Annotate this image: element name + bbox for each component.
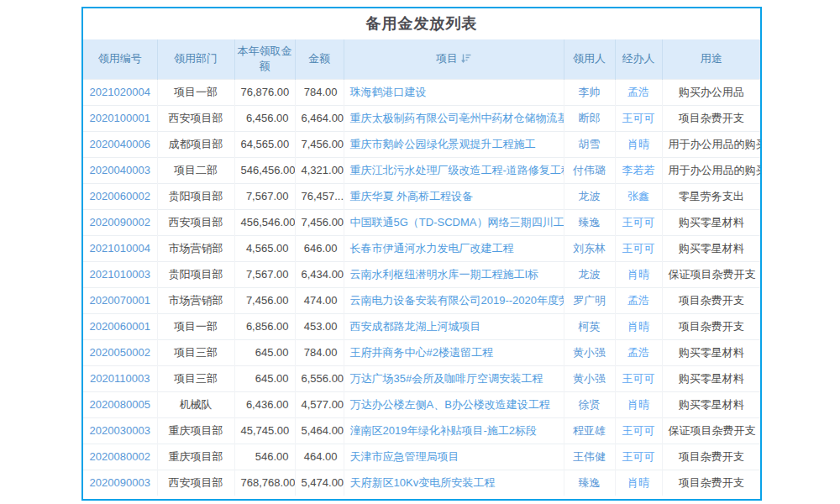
cell-dept: 西安项目部: [157, 209, 234, 235]
cell-id[interactable]: 2020060001: [83, 313, 157, 339]
column-header-label: 领用人: [573, 52, 606, 65]
cell-amount: 4,321.00: [295, 157, 344, 183]
cell-handler[interactable]: 王可可: [615, 444, 662, 470]
cell-handler[interactable]: 王可可: [615, 235, 662, 261]
cell-year_amount: 6,456.00: [234, 105, 295, 131]
petty-cash-list-panel: 备用金发放列表 领用编号领用部门本年领取金额金额项目领用人经办人用途 20210…: [81, 7, 762, 501]
column-header-id: 领用编号: [83, 39, 157, 79]
cell-recipient[interactable]: 龙波: [564, 261, 615, 287]
cell-project[interactable]: 长春市伊通河水力发电厂改建工程: [344, 235, 564, 261]
cell-purpose: 购买零星材料: [662, 235, 760, 261]
column-header-year_amount: 本年领取金额: [234, 39, 295, 79]
cell-project[interactable]: 重庆江北污水处理厂级改造工程-道路修复工程: [344, 157, 564, 183]
page-title: 备用金发放列表: [83, 8, 760, 39]
cell-project[interactable]: 云南水利枢纽潜明水库一期工程施工I标: [344, 261, 564, 287]
cell-project[interactable]: 云南电力设备安装有限公司2019--2020年度劳...: [344, 287, 564, 313]
cell-handler[interactable]: 肖晴: [615, 313, 662, 339]
cell-project[interactable]: 中国联通5G（TD-SCDMA）网络三期四川工程: [344, 209, 564, 235]
cell-dept: 机械队: [157, 391, 234, 417]
cell-id[interactable]: 2020070001: [83, 287, 157, 313]
cell-recipient[interactable]: 胡雪: [564, 131, 615, 157]
cell-dept: 重庆项目部: [157, 417, 234, 444]
cell-project[interactable]: 重庆华夏 外高桥工程设备: [344, 183, 564, 209]
cell-handler[interactable]: 王可可: [615, 365, 662, 391]
cell-recipient[interactable]: 臻逸: [564, 209, 615, 235]
cell-id[interactable]: 2020080002: [83, 444, 157, 470]
cell-purpose: 保证项目杂费开支: [662, 261, 760, 287]
cell-recipient[interactable]: 刘东林: [564, 235, 615, 261]
cell-recipient[interactable]: 王伟健: [564, 444, 615, 470]
cell-recipient[interactable]: 柯英: [564, 313, 615, 339]
cell-purpose: 购买办公用品: [662, 79, 760, 105]
cell-handler[interactable]: 张鑫: [615, 183, 662, 209]
cell-project[interactable]: 天津市应急管理局项目: [344, 444, 564, 470]
column-header-project[interactable]: 项目: [344, 39, 564, 79]
cell-dept: 项目三部: [157, 339, 234, 365]
cell-amount: 6,464.00: [295, 105, 344, 131]
cell-id[interactable]: 2020110003: [83, 365, 157, 391]
cell-recipient[interactable]: 罗广明: [564, 287, 615, 313]
cell-recipient[interactable]: 黄小强: [564, 365, 615, 391]
cell-id[interactable]: 2020080005: [83, 391, 157, 417]
cell-amount: 76,457...: [295, 183, 344, 209]
cell-project[interactable]: 珠海鹤港口建设: [344, 79, 564, 105]
cell-project[interactable]: 天府新区10Kv变电所安装工程: [344, 470, 564, 496]
cell-id[interactable]: 2020030003: [83, 417, 157, 444]
cell-handler[interactable]: 肖晴: [615, 131, 662, 157]
cell-purpose: 零星劳务支出: [662, 183, 760, 209]
cell-amount: 5,474.00: [295, 470, 344, 496]
cell-id[interactable]: 2020040003: [83, 157, 157, 183]
cell-dept: 市场营销部: [157, 235, 234, 261]
cell-id[interactable]: 2021010004: [83, 235, 157, 261]
cell-recipient[interactable]: 徐贤: [564, 391, 615, 417]
cell-recipient[interactable]: 黄小强: [564, 339, 615, 365]
cell-handler[interactable]: 孟浩: [615, 79, 662, 105]
cell-dept: 重庆项目部: [157, 444, 234, 470]
cell-recipient[interactable]: 付伟璐: [564, 157, 615, 183]
cell-handler[interactable]: 孟浩: [615, 339, 662, 365]
cell-id[interactable]: 2021020004: [83, 79, 157, 105]
cell-recipient[interactable]: 程亚雄: [564, 417, 615, 444]
cell-id[interactable]: 2020040006: [83, 131, 157, 157]
cell-id[interactable]: 2020050002: [83, 339, 157, 365]
table-header: 领用编号领用部门本年领取金额金额项目领用人经办人用途: [83, 39, 760, 79]
cell-handler[interactable]: 王可可: [615, 417, 662, 444]
cell-handler[interactable]: 肖晴: [615, 391, 662, 417]
cell-recipient[interactable]: 臻逸: [564, 470, 615, 496]
cell-handler[interactable]: 肖晴: [615, 470, 662, 496]
cell-project[interactable]: 西安成都路龙湖上河城项目: [344, 313, 564, 339]
column-header-label: 本年领取金额: [238, 45, 292, 72]
cell-handler[interactable]: 王可可: [615, 209, 662, 235]
cell-project[interactable]: 重庆太极制药有限公司亳州中药材仓储物流基...: [344, 105, 564, 131]
cell-id[interactable]: 2020100001: [83, 105, 157, 131]
cell-year_amount: 768,768.00: [234, 470, 295, 496]
cell-id[interactable]: 2020060002: [83, 183, 157, 209]
cell-id[interactable]: 2020090002: [83, 209, 157, 235]
cell-project[interactable]: 万达办公楼左侧A、B办公楼改造建设工程: [344, 391, 564, 417]
cell-id[interactable]: 2021010003: [83, 261, 157, 287]
cell-year_amount: 546.00: [234, 444, 295, 470]
cell-handler[interactable]: 王可可: [615, 105, 662, 131]
cell-project[interactable]: 潼南区2019年绿化补贴项目-施工2标段: [344, 417, 564, 444]
cell-amount: 5,464.00: [295, 417, 344, 444]
cell-dept: 项目一部: [157, 313, 234, 339]
cell-amount: 7,456.00: [295, 209, 344, 235]
cell-recipient[interactable]: 断郎: [564, 105, 615, 131]
cell-project[interactable]: 重庆市鹅岭公园绿化景观提升工程施工: [344, 131, 564, 157]
cell-handler[interactable]: 李若若: [615, 157, 662, 183]
cell-amount: 784.00: [295, 79, 344, 105]
cell-amount: 464.00: [295, 444, 344, 470]
cell-dept: 西安项目部: [157, 105, 234, 131]
cell-handler[interactable]: 肖晴: [615, 261, 662, 287]
column-header-label: 用途: [701, 52, 722, 65]
cell-project[interactable]: 万达广场35#会所及咖啡厅空调安装工程: [344, 365, 564, 391]
table-row: 2020080002重庆项目部546.00464.00天津市应急管理局项目王伟健…: [83, 444, 760, 470]
cell-amount: 784.00: [295, 339, 344, 365]
cell-recipient[interactable]: 李帅: [564, 79, 615, 105]
cell-id[interactable]: 2020090003: [83, 470, 157, 496]
sort-lines-icon: [461, 54, 471, 63]
cell-recipient[interactable]: 龙波: [564, 183, 615, 209]
cell-project[interactable]: 王府井商务中心#2楼遗留工程: [344, 339, 564, 365]
cell-handler[interactable]: 孟浩: [615, 287, 662, 313]
table-body: 2021020004项目一部76,876.00784.00珠海鹤港口建设李帅孟浩…: [83, 79, 760, 496]
